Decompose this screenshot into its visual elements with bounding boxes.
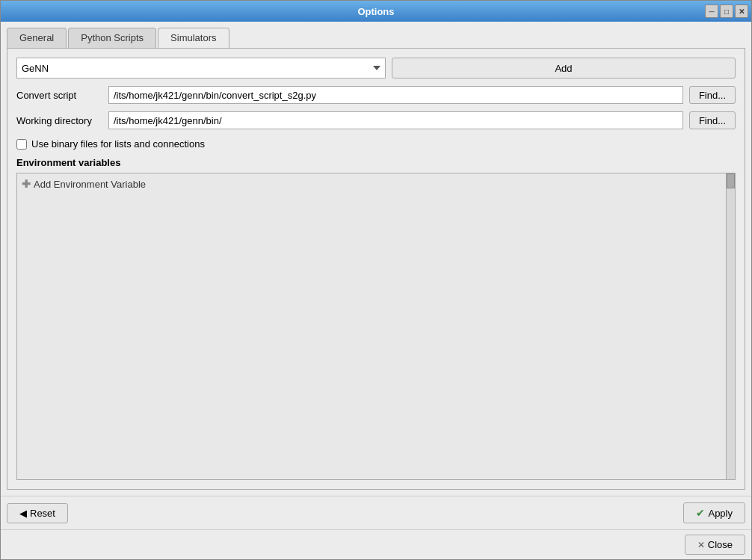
binary-files-checkbox[interactable] bbox=[16, 139, 27, 150]
tab-python-scripts[interactable]: Python Scripts bbox=[68, 28, 156, 48]
simulators-tab-content: GeNN Add Convert script Find... Working … bbox=[7, 48, 745, 490]
window-title: Options bbox=[357, 6, 394, 17]
working-dir-label: Working directory bbox=[16, 115, 102, 126]
options-window: Options ─ □ ✕ General Python Scripts Sim… bbox=[0, 0, 752, 560]
add-simulator-button[interactable]: Add bbox=[392, 58, 736, 79]
binary-files-checkbox-row: Use binary files for lists and connectio… bbox=[16, 138, 736, 150]
close-window-button[interactable]: ✕ bbox=[735, 4, 748, 18]
title-bar-buttons: ─ □ ✕ bbox=[705, 4, 748, 18]
add-env-variable-row[interactable]: ✚ Add Environment Variable bbox=[22, 178, 721, 190]
simulator-select-row: GeNN Add bbox=[16, 58, 736, 79]
maximize-button[interactable]: □ bbox=[720, 4, 733, 18]
convert-script-find-button[interactable]: Find... bbox=[689, 86, 736, 104]
tab-general[interactable]: General bbox=[7, 28, 67, 48]
close-x-icon: ✕ bbox=[697, 540, 705, 550]
content-area: General Python Scripts Simulators GeNN A… bbox=[1, 22, 751, 496]
working-dir-input[interactable] bbox=[108, 111, 683, 129]
env-section-title: Environment variables bbox=[16, 157, 736, 168]
plus-icon: ✚ bbox=[22, 178, 31, 190]
close-row: ✕ Close bbox=[1, 529, 751, 559]
env-box-inner: ✚ Add Environment Variable bbox=[17, 173, 726, 479]
close-button[interactable]: ✕ Close bbox=[685, 535, 745, 555]
env-variables-section: Environment variables ✚ Add Environment … bbox=[16, 157, 736, 480]
tab-bar: General Python Scripts Simulators bbox=[7, 28, 745, 48]
checkmark-icon: ✔ bbox=[696, 507, 705, 519]
convert-script-row: Convert script Find... bbox=[16, 86, 736, 104]
simulator-select[interactable]: GeNN bbox=[16, 58, 386, 79]
bottom-bar: ◀ Reset ✔ Apply bbox=[1, 496, 751, 529]
reset-arrow-icon: ◀ bbox=[19, 508, 27, 519]
binary-files-label: Use binary files for lists and connectio… bbox=[31, 138, 205, 150]
title-bar: Options ─ □ ✕ bbox=[1, 1, 751, 22]
close-label: Close bbox=[708, 539, 733, 550]
reset-button[interactable]: ◀ Reset bbox=[7, 503, 68, 523]
env-variables-box: ✚ Add Environment Variable bbox=[16, 173, 736, 480]
convert-script-input[interactable] bbox=[108, 86, 683, 104]
convert-script-label: Convert script bbox=[16, 90, 102, 101]
scrollbar-thumb bbox=[727, 173, 735, 188]
tab-simulators[interactable]: Simulators bbox=[158, 28, 229, 48]
reset-label: Reset bbox=[30, 508, 55, 519]
apply-button[interactable]: ✔ Apply bbox=[683, 502, 745, 523]
working-dir-find-button[interactable]: Find... bbox=[689, 111, 736, 129]
working-dir-row: Working directory Find... bbox=[16, 111, 736, 129]
env-scrollbar[interactable] bbox=[726, 173, 735, 479]
apply-label: Apply bbox=[708, 508, 733, 519]
minimize-button[interactable]: ─ bbox=[705, 4, 718, 18]
add-env-label: Add Environment Variable bbox=[34, 179, 146, 190]
